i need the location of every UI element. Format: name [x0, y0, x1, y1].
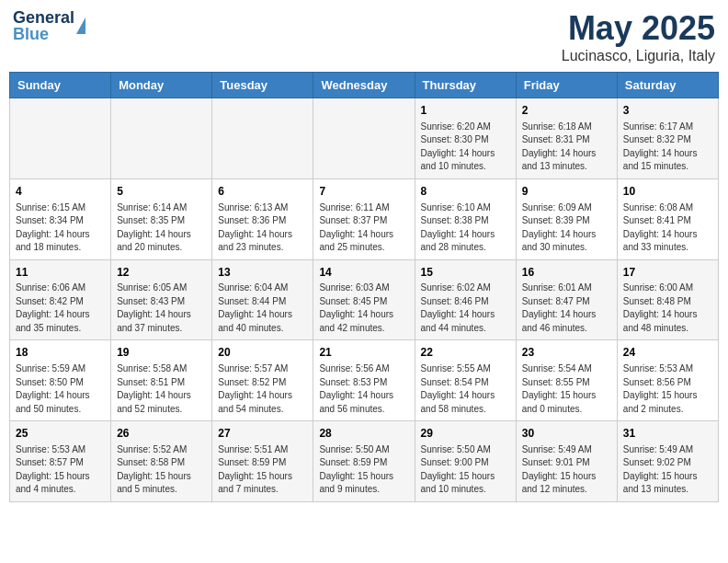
day-info: Sunrise: 5:58 AM Sunset: 8:51 PM Dayligh…	[117, 362, 206, 416]
day-number: 7	[319, 184, 408, 200]
day-info: Sunrise: 5:53 AM Sunset: 8:56 PM Dayligh…	[623, 362, 712, 416]
day-number: 10	[623, 184, 712, 200]
calendar-table: SundayMondayTuesdayWednesdayThursdayFrid…	[9, 72, 719, 502]
day-number: 8	[421, 184, 510, 200]
day-info: Sunrise: 5:49 AM Sunset: 9:01 PM Dayligh…	[522, 443, 611, 497]
day-info: Sunrise: 5:56 AM Sunset: 8:53 PM Dayligh…	[319, 362, 408, 416]
logo-triangle-icon	[76, 17, 85, 34]
week-row-1: 1Sunrise: 6:20 AM Sunset: 8:30 PM Daylig…	[10, 98, 719, 179]
weekday-header-friday: Friday	[516, 73, 617, 98]
day-cell: 1Sunrise: 6:20 AM Sunset: 8:30 PM Daylig…	[415, 98, 516, 179]
day-cell: 30Sunrise: 5:49 AM Sunset: 9:01 PM Dayli…	[516, 421, 617, 502]
day-number: 22	[421, 345, 510, 361]
day-cell: 13Sunrise: 6:04 AM Sunset: 8:44 PM Dayli…	[212, 259, 313, 340]
logo: General Blue	[13, 9, 85, 42]
day-cell: 12Sunrise: 6:05 AM Sunset: 8:43 PM Dayli…	[111, 259, 212, 340]
day-info: Sunrise: 6:01 AM Sunset: 8:47 PM Dayligh…	[522, 282, 611, 335]
day-number: 28	[319, 426, 408, 442]
title-block: May 2025 Lucinasco, Liguria, Italy	[562, 9, 715, 64]
day-number: 11	[16, 265, 105, 281]
day-cell	[111, 98, 212, 179]
day-cell	[212, 98, 313, 179]
day-cell: 16Sunrise: 6:01 AM Sunset: 8:47 PM Dayli…	[516, 259, 617, 340]
weekday-header-monday: Monday	[111, 73, 212, 98]
day-info: Sunrise: 6:02 AM Sunset: 8:46 PM Dayligh…	[421, 282, 510, 335]
day-cell: 31Sunrise: 5:49 AM Sunset: 9:02 PM Dayli…	[617, 421, 718, 502]
weekday-header-thursday: Thursday	[415, 73, 516, 98]
day-number: 29	[421, 426, 510, 442]
day-info: Sunrise: 5:59 AM Sunset: 8:50 PM Dayligh…	[16, 362, 105, 416]
week-row-4: 18Sunrise: 5:59 AM Sunset: 8:50 PM Dayli…	[10, 340, 719, 421]
day-info: Sunrise: 5:50 AM Sunset: 8:59 PM Dayligh…	[319, 443, 408, 497]
week-row-3: 11Sunrise: 6:06 AM Sunset: 8:42 PM Dayli…	[10, 259, 719, 340]
day-number: 25	[16, 426, 105, 442]
day-number: 1	[421, 103, 510, 119]
day-cell: 20Sunrise: 5:57 AM Sunset: 8:52 PM Dayli…	[212, 340, 313, 421]
day-number: 15	[421, 265, 510, 281]
day-cell: 11Sunrise: 6:06 AM Sunset: 8:42 PM Dayli…	[10, 259, 111, 340]
day-info: Sunrise: 5:51 AM Sunset: 8:59 PM Dayligh…	[218, 443, 307, 497]
day-cell: 18Sunrise: 5:59 AM Sunset: 8:50 PM Dayli…	[10, 340, 111, 421]
weekday-header-tuesday: Tuesday	[212, 73, 313, 98]
day-number: 12	[117, 265, 206, 281]
day-info: Sunrise: 6:14 AM Sunset: 8:35 PM Dayligh…	[117, 201, 206, 255]
weekday-header-wednesday: Wednesday	[313, 73, 415, 98]
day-info: Sunrise: 6:05 AM Sunset: 8:43 PM Dayligh…	[117, 282, 206, 335]
day-cell: 6Sunrise: 6:13 AM Sunset: 8:36 PM Daylig…	[212, 178, 313, 259]
day-info: Sunrise: 5:57 AM Sunset: 8:52 PM Dayligh…	[218, 362, 307, 416]
week-row-2: 4Sunrise: 6:15 AM Sunset: 8:34 PM Daylig…	[10, 178, 719, 259]
day-info: Sunrise: 5:55 AM Sunset: 8:54 PM Dayligh…	[421, 362, 510, 416]
logo-text: General Blue	[13, 9, 74, 42]
day-number: 3	[623, 103, 712, 119]
day-info: Sunrise: 6:00 AM Sunset: 8:48 PM Dayligh…	[623, 282, 712, 335]
day-info: Sunrise: 6:13 AM Sunset: 8:36 PM Dayligh…	[218, 201, 307, 255]
day-cell: 3Sunrise: 6:17 AM Sunset: 8:32 PM Daylig…	[617, 98, 718, 179]
month-title: May 2025	[562, 9, 715, 48]
day-cell: 4Sunrise: 6:15 AM Sunset: 8:34 PM Daylig…	[10, 178, 111, 259]
day-number: 6	[218, 184, 307, 200]
day-info: Sunrise: 6:04 AM Sunset: 8:44 PM Dayligh…	[218, 282, 307, 335]
day-info: Sunrise: 6:10 AM Sunset: 8:38 PM Dayligh…	[421, 201, 510, 255]
day-number: 31	[623, 426, 712, 442]
day-info: Sunrise: 6:03 AM Sunset: 8:45 PM Dayligh…	[319, 282, 408, 335]
day-info: Sunrise: 6:06 AM Sunset: 8:42 PM Dayligh…	[16, 282, 105, 335]
day-number: 26	[117, 426, 206, 442]
day-cell: 10Sunrise: 6:08 AM Sunset: 8:41 PM Dayli…	[617, 178, 718, 259]
day-number: 30	[522, 426, 611, 442]
day-number: 21	[319, 345, 408, 361]
day-info: Sunrise: 5:54 AM Sunset: 8:55 PM Dayligh…	[522, 362, 611, 416]
day-number: 4	[16, 184, 105, 200]
week-row-5: 25Sunrise: 5:53 AM Sunset: 8:57 PM Dayli…	[10, 421, 719, 502]
day-cell: 26Sunrise: 5:52 AM Sunset: 8:58 PM Dayli…	[111, 421, 212, 502]
day-number: 20	[218, 345, 307, 361]
day-number: 18	[16, 345, 105, 361]
day-cell: 15Sunrise: 6:02 AM Sunset: 8:46 PM Dayli…	[415, 259, 516, 340]
day-cell: 22Sunrise: 5:55 AM Sunset: 8:54 PM Dayli…	[415, 340, 516, 421]
day-info: Sunrise: 6:15 AM Sunset: 8:34 PM Dayligh…	[16, 201, 105, 255]
day-number: 23	[522, 345, 611, 361]
day-info: Sunrise: 6:17 AM Sunset: 8:32 PM Dayligh…	[623, 121, 712, 174]
day-cell: 25Sunrise: 5:53 AM Sunset: 8:57 PM Dayli…	[10, 421, 111, 502]
day-number: 9	[522, 184, 611, 200]
day-cell: 23Sunrise: 5:54 AM Sunset: 8:55 PM Dayli…	[516, 340, 617, 421]
day-info: Sunrise: 6:11 AM Sunset: 8:37 PM Dayligh…	[319, 201, 408, 255]
day-cell	[10, 98, 111, 179]
weekday-header-row: SundayMondayTuesdayWednesdayThursdayFrid…	[10, 73, 719, 98]
day-cell	[313, 98, 415, 179]
day-cell: 9Sunrise: 6:09 AM Sunset: 8:39 PM Daylig…	[516, 178, 617, 259]
day-cell: 19Sunrise: 5:58 AM Sunset: 8:51 PM Dayli…	[111, 340, 212, 421]
day-info: Sunrise: 5:52 AM Sunset: 8:58 PM Dayligh…	[117, 443, 206, 497]
day-info: Sunrise: 6:18 AM Sunset: 8:31 PM Dayligh…	[522, 121, 611, 174]
day-cell: 2Sunrise: 6:18 AM Sunset: 8:31 PM Daylig…	[516, 98, 617, 179]
day-cell: 17Sunrise: 6:00 AM Sunset: 8:48 PM Dayli…	[617, 259, 718, 340]
day-cell: 29Sunrise: 5:50 AM Sunset: 9:00 PM Dayli…	[415, 421, 516, 502]
location-title: Lucinasco, Liguria, Italy	[562, 48, 715, 64]
weekday-header-sunday: Sunday	[10, 73, 111, 98]
day-cell: 24Sunrise: 5:53 AM Sunset: 8:56 PM Dayli…	[617, 340, 718, 421]
day-number: 24	[623, 345, 712, 361]
day-number: 5	[117, 184, 206, 200]
logo-blue: Blue	[13, 26, 74, 42]
day-cell: 27Sunrise: 5:51 AM Sunset: 8:59 PM Dayli…	[212, 421, 313, 502]
day-cell: 14Sunrise: 6:03 AM Sunset: 8:45 PM Dayli…	[313, 259, 415, 340]
day-cell: 7Sunrise: 6:11 AM Sunset: 8:37 PM Daylig…	[313, 178, 415, 259]
